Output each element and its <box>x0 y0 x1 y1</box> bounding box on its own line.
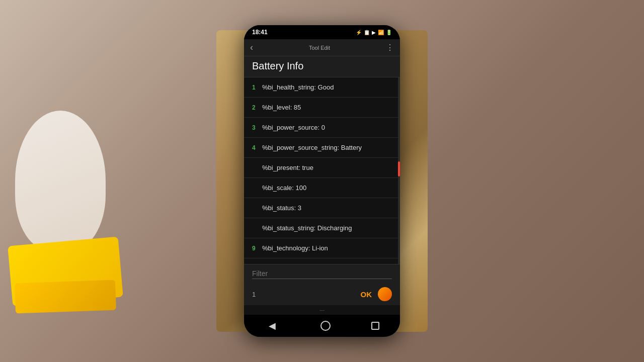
bottom-indicator-text: --- <box>319 307 325 313</box>
bottom-indicator: --- <box>244 305 400 315</box>
line-number <box>252 164 262 171</box>
clipboard-icon: 📋 <box>364 30 370 35</box>
line-number: 3 <box>252 124 262 131</box>
content-area[interactable]: 1 %bi_health_string: Good 2 %bi_level: 8… <box>244 77 400 264</box>
filter-input[interactable] <box>252 268 392 279</box>
item-text: %bi_technology: Li-ion <box>262 244 392 252</box>
nav-home-button[interactable] <box>320 321 331 331</box>
line-number <box>252 225 262 232</box>
nav-back-button[interactable]: ◀ <box>265 316 280 335</box>
line-number <box>252 185 262 192</box>
bottom-bar: 1 OK <box>244 283 400 305</box>
list-item[interactable]: 9 %bi_technology: Li-ion <box>244 238 400 258</box>
filter-row <box>244 264 400 283</box>
item-text: %bi_level: 85 <box>262 104 392 111</box>
list-item[interactable]: 3 %bi_power_source: 0 <box>244 118 400 138</box>
item-text: %bi_present: true <box>262 164 392 171</box>
scrollbar[interactable] <box>398 77 400 264</box>
list-item[interactable]: %bi_scale: 100 <box>244 178 400 198</box>
menu-button[interactable]: ⋮ <box>386 43 394 52</box>
list-item[interactable]: 2 %bi_level: 85 <box>244 98 400 118</box>
status-icons: ⚡ 📋 ▶ 📶 🔋 <box>356 30 392 35</box>
list-item[interactable]: 4 %bi_power_source_string: Battery <box>244 138 400 158</box>
list-item[interactable]: %bi_status: 3 <box>244 198 400 218</box>
item-text: %bi_scale: 100 <box>262 184 392 192</box>
scene: 18:41 ⚡ 📋 ▶ 📶 🔋 ‹ Tool Edit ⋮ Battery In… <box>0 0 644 362</box>
charging-icon: ⚡ <box>356 30 362 35</box>
status-bar: 18:41 ⚡ 📋 ▶ 📶 🔋 <box>244 25 400 39</box>
item-text: %bi_status: 3 <box>262 204 392 212</box>
scrollbar-thumb[interactable] <box>398 161 400 176</box>
page-title: Battery Info <box>252 60 303 71</box>
line-number: 9 <box>252 245 262 252</box>
nav-bar: ◀ <box>244 315 400 337</box>
list-item[interactable]: 1 %bi_health_string: Good <box>244 77 400 98</box>
item-text: %bi_power_source: 0 <box>262 124 392 131</box>
list-item[interactable]: %bi_status_string: Discharging <box>244 218 400 238</box>
list-container: 1 %bi_health_string: Good 2 %bi_level: 8… <box>244 77 400 264</box>
battery-icon: 🔋 <box>386 30 392 35</box>
bottom-number: 1 <box>252 291 256 298</box>
background-decor-yellow-note2 <box>15 280 116 314</box>
item-text: %bi_status_string: Discharging <box>262 224 392 232</box>
line-number <box>252 205 262 212</box>
nav-recent-button[interactable] <box>371 322 379 330</box>
orange-dot-decoration <box>378 287 392 301</box>
line-number: 1 <box>252 84 262 91</box>
list-item[interactable]: %bi_present: true <box>244 158 400 178</box>
background-decor-cylinder <box>15 111 106 251</box>
item-text: %bi_power_source_string: Battery <box>262 144 392 151</box>
header-subtitle: Tool Edit <box>253 45 386 51</box>
ok-button[interactable]: OK <box>357 288 376 301</box>
status-time: 18:41 <box>252 29 268 36</box>
line-number: 4 <box>252 144 262 151</box>
ok-area: OK <box>357 287 392 301</box>
item-text: %bi_health_string: Good <box>262 83 392 91</box>
line-number: 2 <box>252 104 262 111</box>
phone: 18:41 ⚡ 📋 ▶ 📶 🔋 ‹ Tool Edit ⋮ Battery In… <box>244 25 400 337</box>
forward-icon: ▶ <box>372 30 376 35</box>
wifi-icon: 📶 <box>378 30 384 35</box>
app-header: ‹ Tool Edit ⋮ <box>244 39 400 56</box>
title-row: Battery Info <box>244 56 400 77</box>
